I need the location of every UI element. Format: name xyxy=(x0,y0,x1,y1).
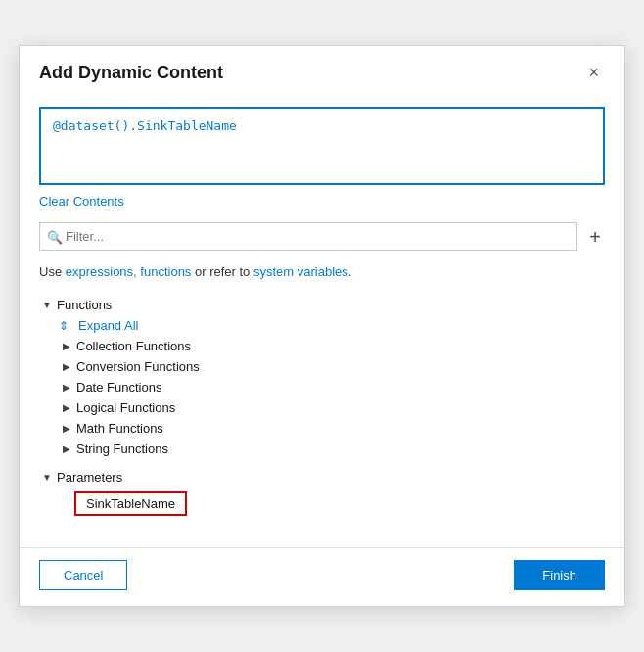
string-functions-item[interactable]: String Functions xyxy=(59,439,605,459)
logical-arrow xyxy=(59,402,74,413)
expand-all-item[interactable]: ⇕ Expand All xyxy=(59,315,605,336)
logical-functions-item[interactable]: Logical Functions xyxy=(59,397,605,418)
description-text: Use expressions, functions or refer to s… xyxy=(39,264,605,279)
filter-input[interactable] xyxy=(39,222,577,251)
functions-label: Functions xyxy=(57,298,112,312)
logical-functions-label: Logical Functions xyxy=(76,400,175,415)
conversion-arrow xyxy=(59,361,74,372)
date-arrow xyxy=(59,382,74,393)
date-functions-item[interactable]: Date Functions xyxy=(59,377,605,397)
search-icon: 🔍 xyxy=(47,229,63,244)
desc-after: . xyxy=(348,264,352,279)
desc-before: Use xyxy=(39,264,66,279)
dialog-footer: Cancel Finish xyxy=(20,547,624,606)
clear-contents-link[interactable]: Clear Contents xyxy=(39,194,124,209)
cancel-button[interactable]: Cancel xyxy=(39,560,127,590)
functions-children: ⇕ Expand All Collection Functions Conver… xyxy=(39,315,605,459)
dialog-title: Add Dynamic Content xyxy=(39,63,223,83)
functions-section: Functions ⇕ Expand All Collection Functi… xyxy=(39,295,605,459)
date-functions-label: Date Functions xyxy=(76,380,161,395)
math-functions-label: Math Functions xyxy=(76,421,163,436)
collection-functions-label: Collection Functions xyxy=(76,339,191,353)
parameters-arrow xyxy=(39,472,55,483)
expressions-functions-link[interactable]: expressions, functions xyxy=(66,264,192,279)
finish-button[interactable]: Finish xyxy=(514,560,605,590)
close-button[interactable]: × xyxy=(582,62,605,83)
filter-row: 🔍 + xyxy=(39,222,605,251)
add-dynamic-content-dialog: Add Dynamic Content × @dataset().SinkTab… xyxy=(19,45,625,607)
math-functions-item[interactable]: Math Functions xyxy=(59,418,605,439)
functions-header[interactable]: Functions xyxy=(39,295,605,315)
sink-table-name-item[interactable]: SinkTableName xyxy=(74,491,187,516)
add-button[interactable]: + xyxy=(585,225,605,249)
conversion-functions-item[interactable]: Conversion Functions xyxy=(59,356,605,377)
system-variables-link[interactable]: system variables xyxy=(253,264,348,279)
parameters-section: Parameters SinkTableName xyxy=(39,467,605,516)
dialog-header: Add Dynamic Content × xyxy=(20,46,624,95)
filter-input-wrap: 🔍 xyxy=(39,222,577,251)
collection-functions-item[interactable]: Collection Functions xyxy=(59,336,605,356)
parameters-children: SinkTableName xyxy=(39,488,605,516)
desc-middle: or refer to xyxy=(191,264,253,279)
dialog-body: @dataset().SinkTableName Clear Contents … xyxy=(20,95,624,536)
conversion-functions-label: Conversion Functions xyxy=(76,359,200,374)
parameters-label: Parameters xyxy=(57,470,122,485)
expression-area[interactable]: @dataset().SinkTableName xyxy=(39,107,605,185)
string-arrow xyxy=(59,443,74,454)
string-functions-label: String Functions xyxy=(76,442,168,456)
parameters-header[interactable]: Parameters xyxy=(39,467,605,488)
functions-arrow xyxy=(39,300,55,310)
expand-all-label[interactable]: Expand All xyxy=(78,318,138,333)
math-arrow xyxy=(59,423,74,434)
tree: Functions ⇕ Expand All Collection Functi… xyxy=(39,295,605,516)
collection-arrow xyxy=(59,341,74,351)
expand-all-icon: ⇕ xyxy=(59,319,74,333)
